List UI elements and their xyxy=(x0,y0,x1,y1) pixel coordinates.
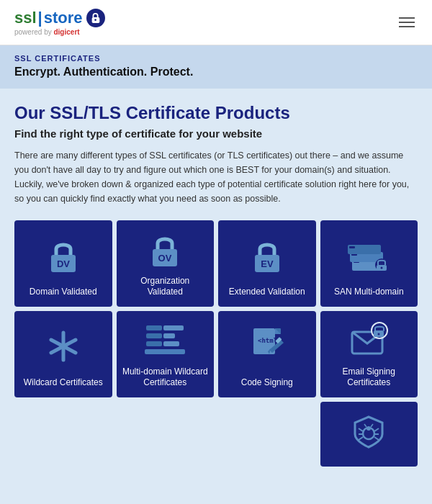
ev-icon: EV xyxy=(248,230,287,281)
email-label: Email Signing Certificates xyxy=(326,366,413,389)
svg-line-36 xyxy=(359,428,363,431)
svg-line-39 xyxy=(374,428,379,431)
svg-line-43 xyxy=(364,424,366,427)
email-icon xyxy=(348,321,390,361)
svg-rect-20 xyxy=(146,325,162,330)
svg-line-38 xyxy=(359,437,363,440)
svg-rect-22 xyxy=(146,333,162,338)
logo: ssl | store powered by digicert xyxy=(14,9,105,36)
logo-lock-icon xyxy=(86,9,105,27)
logo-store: store xyxy=(44,9,83,27)
main-heading: Our SSL/TLS Certificate Products xyxy=(14,103,418,123)
main-content: Our SSL/TLS Certificate Products Find th… xyxy=(0,89,432,474)
logo-digicert: digicert xyxy=(53,28,79,36)
svg-text:OV: OV xyxy=(158,253,172,264)
svg-rect-24 xyxy=(146,341,162,346)
svg-rect-21 xyxy=(163,325,184,330)
logo-powered: powered by digicert xyxy=(14,28,80,36)
wildcard-icon xyxy=(44,321,83,372)
logo-text: ssl | store xyxy=(14,9,105,27)
svg-line-44 xyxy=(371,424,373,427)
cert-card-codesign[interactable]: <html> Code Signing xyxy=(218,311,316,397)
header: ssl | store powered by digicert xyxy=(0,0,432,45)
svg-rect-25 xyxy=(163,341,179,346)
banner-subtitle: SSL CERTIFICATES xyxy=(14,54,418,63)
ev-label: Extended Validation xyxy=(229,287,305,298)
svg-rect-26 xyxy=(145,349,185,354)
codesign-label: Code Signing xyxy=(241,377,293,389)
cert-card-dv[interactable]: DV Domain Validated xyxy=(14,220,112,307)
san-icon xyxy=(348,230,390,281)
cert-card-malware[interactable] xyxy=(320,402,418,467)
certificate-grid: DV Domain Validated OV Organization Vali… xyxy=(14,220,418,397)
multidomain-label: Multi-domain Wildcard Certificates xyxy=(122,366,209,389)
svg-rect-23 xyxy=(163,333,175,338)
svg-point-42 xyxy=(366,426,371,431)
cert-card-multidomain[interactable]: Multi-domain Wildcard Certificates xyxy=(117,311,215,397)
svg-rect-13 xyxy=(349,246,355,248)
main-description: There are many different types of SSL ce… xyxy=(14,148,418,206)
cert-card-san[interactable]: SAN Multi-domain xyxy=(320,220,418,307)
svg-line-41 xyxy=(374,437,379,440)
svg-text:DV: DV xyxy=(57,258,70,269)
codesign-icon: <html> xyxy=(248,321,287,372)
cert-card-wildcard[interactable]: Wildcard Certificates xyxy=(14,311,112,397)
svg-point-34 xyxy=(378,333,380,336)
logo-ssl: ssl xyxy=(14,9,37,27)
cert-card-ev[interactable]: EV Extended Validation xyxy=(218,220,316,307)
banner-title: Encrypt. Authentication. Protect. xyxy=(14,66,418,78)
multidomain-icon xyxy=(143,321,186,361)
svg-point-1 xyxy=(94,19,96,21)
svg-text:EV: EV xyxy=(261,258,274,269)
ov-icon: OV xyxy=(145,230,184,270)
cert-card-email[interactable]: Email Signing Certificates xyxy=(320,311,418,397)
svg-point-16 xyxy=(381,267,383,269)
main-subheading: Find the right type of certificate for y… xyxy=(14,127,418,140)
cert-card-ov[interactable]: OV Organization Validated xyxy=(117,220,215,307)
san-label: SAN Multi-domain xyxy=(334,287,404,298)
dv-label: Domain Validated xyxy=(30,287,97,298)
hamburger-menu[interactable] xyxy=(396,14,418,30)
svg-rect-12 xyxy=(348,245,381,254)
dv-icon: DV xyxy=(44,230,83,281)
logo-pipe: | xyxy=(38,9,42,27)
ov-label: Organization Validated xyxy=(122,276,209,298)
banner: SSL CERTIFICATES Encrypt. Authentication… xyxy=(0,45,432,89)
malware-icon xyxy=(351,412,387,452)
wildcard-label: Wildcard Certificates xyxy=(24,377,103,389)
